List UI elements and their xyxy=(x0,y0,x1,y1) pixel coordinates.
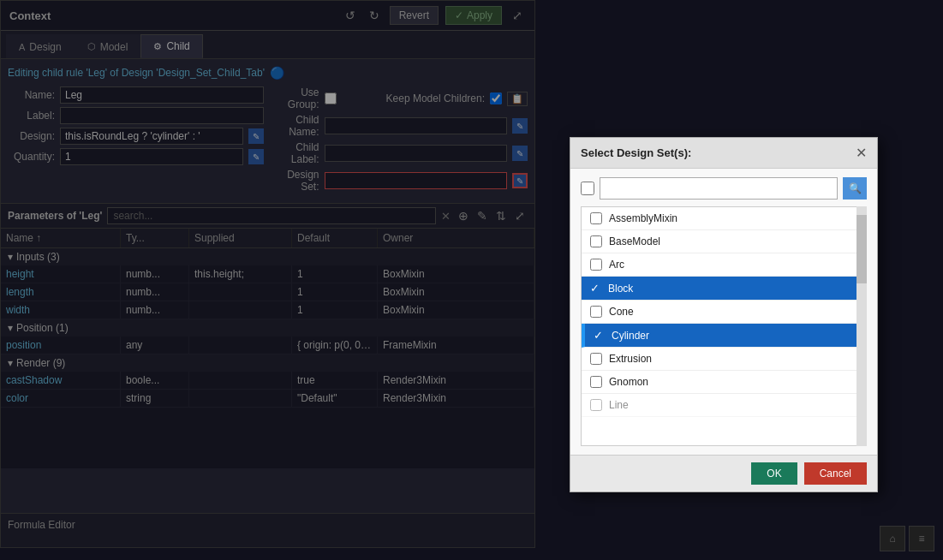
list-item-assemblyMixin[interactable]: AssemblyMixin xyxy=(582,207,866,230)
block-check-icon: ✓ xyxy=(590,282,600,295)
block-label: Block xyxy=(608,283,633,295)
select-design-set-modal: Select Design Set(s): ✕ 🔍 AssemblyMixin … xyxy=(570,137,878,492)
modal-body: 🔍 AssemblyMixin BaseModel Arc xyxy=(570,169,877,455)
item-checkbox-line[interactable] xyxy=(590,399,602,411)
modal-title: Select Design Set(s): xyxy=(581,146,691,159)
list-item-arc[interactable]: Arc xyxy=(582,253,866,277)
modal-close-button[interactable]: ✕ xyxy=(856,145,867,161)
modal-footer: OK Cancel xyxy=(570,455,877,491)
list-item-cone[interactable]: Cone xyxy=(582,301,866,324)
item-checkbox-arc[interactable] xyxy=(590,259,602,271)
list-item-line[interactable]: Line xyxy=(582,394,866,417)
cylinder-check-icon: ✓ xyxy=(594,329,603,342)
search-icon: 🔍 xyxy=(849,182,862,194)
scrollbar-track[interactable] xyxy=(856,206,867,446)
modal-list-wrapper: AssemblyMixin BaseModel Arc ✓ Block xyxy=(581,206,867,446)
list-item-gnomon[interactable]: Gnomon xyxy=(582,371,866,394)
list-item-extrusion[interactable]: Extrusion xyxy=(582,348,866,371)
modal-all-checkbox[interactable] xyxy=(581,182,594,195)
scrollbar-thumb xyxy=(856,215,867,283)
cylinder-label: Cylinder xyxy=(612,330,649,342)
item-checkbox-baseModel[interactable] xyxy=(590,235,602,247)
modal-search-input[interactable] xyxy=(600,177,838,200)
ok-button[interactable]: OK xyxy=(751,462,797,485)
list-item-baseModel[interactable]: BaseModel xyxy=(582,230,866,253)
cancel-button[interactable]: Cancel xyxy=(804,462,867,485)
item-checkbox-gnomon[interactable] xyxy=(590,376,602,388)
item-checkbox-extrusion[interactable] xyxy=(590,353,602,365)
item-checkbox-assemblyMixin[interactable] xyxy=(590,212,602,224)
list-item-cylinder[interactable]: ✓ Cylinder xyxy=(582,324,866,348)
modal-search-button[interactable]: 🔍 xyxy=(843,177,867,200)
modal-header: Select Design Set(s): ✕ xyxy=(570,138,877,169)
list-item-block[interactable]: ✓ Block xyxy=(582,277,866,301)
modal-search-row: 🔍 xyxy=(581,177,867,200)
modal-list: AssemblyMixin BaseModel Arc ✓ Block xyxy=(581,206,867,446)
item-checkbox-cone[interactable] xyxy=(590,306,602,318)
